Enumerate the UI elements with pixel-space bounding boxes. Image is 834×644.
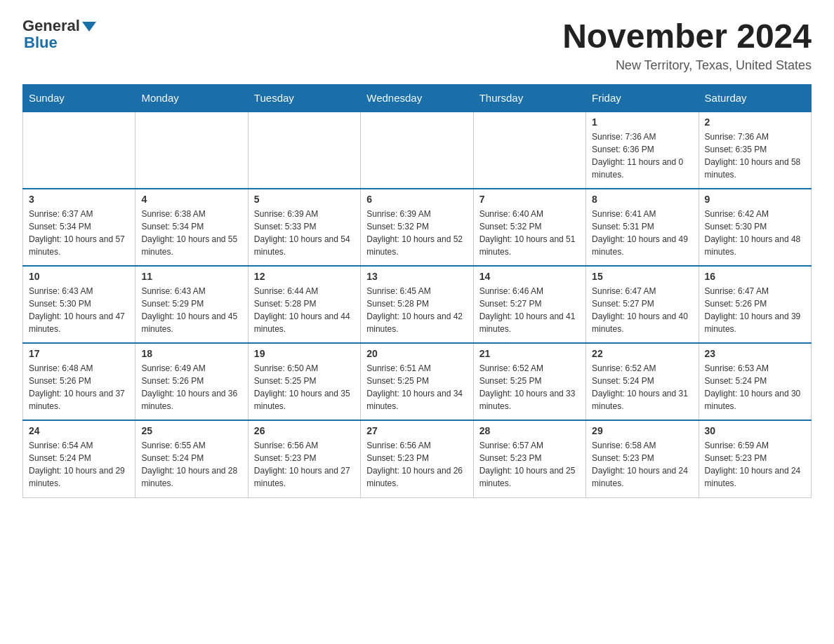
day-info: Sunrise: 6:39 AMSunset: 5:33 PMDaylight:… [254,208,355,258]
day-info: Sunrise: 6:58 AMSunset: 5:23 PMDaylight:… [592,439,692,490]
day-number: 15 [592,271,692,282]
calendar-cell [135,112,248,189]
day-info: Sunrise: 6:41 AMSunset: 5:31 PMDaylight:… [592,208,692,258]
weekday-header-tuesday: Tuesday [248,85,360,112]
logo: General Blue [22,17,96,52]
calendar-cell: 23Sunrise: 6:53 AMSunset: 5:24 PMDayligh… [699,343,811,420]
day-number: 23 [705,348,805,359]
calendar-cell: 13Sunrise: 6:45 AMSunset: 5:28 PMDayligh… [361,266,473,343]
weekday-header-thursday: Thursday [473,85,585,112]
logo-arrow-icon [82,22,96,32]
calendar-cell: 26Sunrise: 6:56 AMSunset: 5:23 PMDayligh… [248,420,360,497]
day-number: 26 [254,425,355,436]
day-number: 30 [705,425,805,436]
calendar-cell: 15Sunrise: 6:47 AMSunset: 5:27 PMDayligh… [586,266,699,343]
calendar-cell: 21Sunrise: 6:52 AMSunset: 5:25 PMDayligh… [473,343,585,420]
calendar-cell [473,112,585,189]
day-info: Sunrise: 6:52 AMSunset: 5:25 PMDaylight:… [479,362,580,412]
day-info: Sunrise: 6:49 AMSunset: 5:26 PMDaylight:… [141,362,241,412]
day-info: Sunrise: 6:43 AMSunset: 5:30 PMDaylight:… [29,285,129,335]
day-number: 29 [592,425,692,436]
calendar-cell: 24Sunrise: 6:54 AMSunset: 5:24 PMDayligh… [23,420,135,497]
day-info: Sunrise: 6:53 AMSunset: 5:24 PMDaylight:… [705,362,805,412]
day-number: 9 [705,194,805,205]
day-number: 24 [29,425,129,436]
calendar-cell: 25Sunrise: 6:55 AMSunset: 5:24 PMDayligh… [135,420,248,497]
day-number: 19 [254,348,355,359]
day-number: 13 [366,271,467,282]
week-row-3: 10Sunrise: 6:43 AMSunset: 5:30 PMDayligh… [23,266,812,343]
day-info: Sunrise: 6:46 AMSunset: 5:27 PMDaylight:… [479,285,580,335]
calendar-cell: 1Sunrise: 7:36 AMSunset: 6:36 PMDaylight… [586,112,699,189]
day-info: Sunrise: 6:42 AMSunset: 5:30 PMDaylight:… [705,208,805,258]
weekday-header-saturday: Saturday [699,85,811,112]
calendar-cell: 4Sunrise: 6:38 AMSunset: 5:34 PMDaylight… [135,189,248,266]
logo-blue-text: Blue [24,34,58,52]
day-info: Sunrise: 6:47 AMSunset: 5:26 PMDaylight:… [705,285,805,335]
day-info: Sunrise: 6:56 AMSunset: 5:23 PMDaylight:… [254,439,355,490]
weekday-header-row: SundayMondayTuesdayWednesdayThursdayFrid… [23,85,812,112]
day-info: Sunrise: 6:37 AMSunset: 5:34 PMDaylight:… [29,208,129,258]
day-number: 22 [592,348,692,359]
day-number: 7 [479,194,580,205]
day-number: 6 [366,194,467,205]
day-info: Sunrise: 7:36 AMSunset: 6:36 PMDaylight:… [592,130,692,181]
day-number: 21 [479,348,580,359]
day-info: Sunrise: 6:51 AMSunset: 5:25 PMDaylight:… [366,362,467,412]
day-info: Sunrise: 6:50 AMSunset: 5:25 PMDaylight:… [254,362,355,412]
day-info: Sunrise: 6:56 AMSunset: 5:23 PMDaylight:… [366,439,467,490]
calendar-cell: 5Sunrise: 6:39 AMSunset: 5:33 PMDaylight… [248,189,360,266]
day-number: 11 [141,271,241,282]
page-header: General Blue November 2024 New Territory… [22,17,812,73]
day-number: 8 [592,194,692,205]
day-info: Sunrise: 6:52 AMSunset: 5:24 PMDaylight:… [592,362,692,412]
day-number: 17 [29,348,129,359]
day-number: 20 [366,348,467,359]
day-number: 2 [705,116,805,128]
week-row-1: 1Sunrise: 7:36 AMSunset: 6:36 PMDaylight… [23,112,812,189]
week-row-4: 17Sunrise: 6:48 AMSunset: 5:26 PMDayligh… [23,343,812,420]
location-title: New Territory, Texas, United States [562,58,812,73]
weekday-header-friday: Friday [586,85,699,112]
day-info: Sunrise: 6:45 AMSunset: 5:28 PMDaylight:… [366,285,467,335]
logo-general-text: General [22,17,80,35]
calendar-cell: 20Sunrise: 6:51 AMSunset: 5:25 PMDayligh… [361,343,473,420]
day-number: 10 [29,271,129,282]
calendar-cell: 17Sunrise: 6:48 AMSunset: 5:26 PMDayligh… [23,343,135,420]
weekday-header-sunday: Sunday [23,85,135,112]
day-number: 14 [479,271,580,282]
day-info: Sunrise: 6:55 AMSunset: 5:24 PMDaylight:… [141,439,241,490]
day-number: 1 [592,116,692,128]
day-number: 25 [141,425,241,436]
calendar-cell: 12Sunrise: 6:44 AMSunset: 5:28 PMDayligh… [248,266,360,343]
calendar-cell: 2Sunrise: 7:36 AMSunset: 6:35 PMDaylight… [699,112,811,189]
calendar-cell: 18Sunrise: 6:49 AMSunset: 5:26 PMDayligh… [135,343,248,420]
week-row-2: 3Sunrise: 6:37 AMSunset: 5:34 PMDaylight… [23,189,812,266]
day-number: 12 [254,271,355,282]
day-info: Sunrise: 6:39 AMSunset: 5:32 PMDaylight:… [366,208,467,258]
day-info: Sunrise: 6:43 AMSunset: 5:29 PMDaylight:… [141,285,241,335]
calendar-cell: 9Sunrise: 6:42 AMSunset: 5:30 PMDaylight… [699,189,811,266]
day-number: 27 [366,425,467,436]
calendar-cell: 28Sunrise: 6:57 AMSunset: 5:23 PMDayligh… [473,420,585,497]
calendar-cell: 6Sunrise: 6:39 AMSunset: 5:32 PMDaylight… [361,189,473,266]
calendar-cell: 29Sunrise: 6:58 AMSunset: 5:23 PMDayligh… [586,420,699,497]
calendar-cell: 16Sunrise: 6:47 AMSunset: 5:26 PMDayligh… [699,266,811,343]
week-row-5: 24Sunrise: 6:54 AMSunset: 5:24 PMDayligh… [23,420,812,497]
calendar-cell: 27Sunrise: 6:56 AMSunset: 5:23 PMDayligh… [361,420,473,497]
day-info: Sunrise: 6:48 AMSunset: 5:26 PMDaylight:… [29,362,129,412]
day-info: Sunrise: 7:36 AMSunset: 6:35 PMDaylight:… [705,130,805,181]
calendar-cell: 22Sunrise: 6:52 AMSunset: 5:24 PMDayligh… [586,343,699,420]
day-info: Sunrise: 6:40 AMSunset: 5:32 PMDaylight:… [479,208,580,258]
day-number: 4 [141,194,241,205]
calendar-cell: 8Sunrise: 6:41 AMSunset: 5:31 PMDaylight… [586,189,699,266]
calendar-cell: 14Sunrise: 6:46 AMSunset: 5:27 PMDayligh… [473,266,585,343]
day-number: 5 [254,194,355,205]
calendar-cell: 10Sunrise: 6:43 AMSunset: 5:30 PMDayligh… [23,266,135,343]
weekday-header-monday: Monday [135,85,248,112]
calendar-header: SundayMondayTuesdayWednesdayThursdayFrid… [23,85,812,112]
calendar-cell [248,112,360,189]
calendar-cell: 11Sunrise: 6:43 AMSunset: 5:29 PMDayligh… [135,266,248,343]
calendar-cell: 3Sunrise: 6:37 AMSunset: 5:34 PMDaylight… [23,189,135,266]
calendar-cell: 7Sunrise: 6:40 AMSunset: 5:32 PMDaylight… [473,189,585,266]
